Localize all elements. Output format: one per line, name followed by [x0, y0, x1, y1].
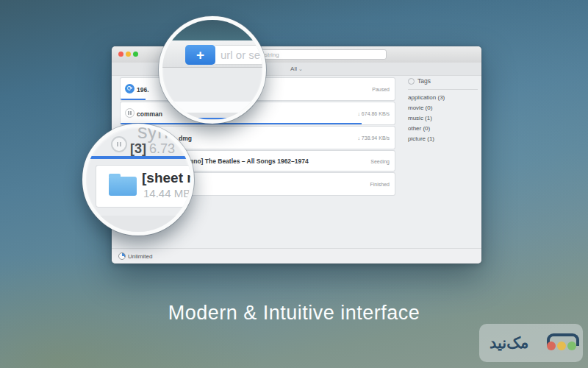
- download-title: comman: [137, 110, 162, 118]
- magnifier-lens-left: sync [3]6.73 [sheet m 14.44 MB: [82, 124, 194, 236]
- caption-text: Modern & Intuitive interface: [0, 302, 588, 325]
- lens-file-title: [sheet m: [142, 170, 194, 186]
- size-value: 6.73: [149, 141, 175, 156]
- minimize-traffic-light[interactable]: [126, 52, 131, 57]
- progress-bar: [121, 99, 146, 101]
- download-title: dmg: [179, 135, 192, 142]
- lens-file-size: 14.44 MB: [143, 187, 190, 199]
- status-label: Paused: [372, 87, 390, 92]
- lens-download-subtitle: [3]6.73: [130, 141, 175, 157]
- progress-bar: [121, 123, 362, 125]
- download-row[interactable]: comman [2] 16.60 MB o ↓ 674.86 KB/s: [121, 102, 395, 124]
- tag-item-other[interactable]: other (0): [408, 124, 478, 134]
- tag-item-movie[interactable]: movie (0): [408, 103, 478, 113]
- lens-desktop-band: [162, 20, 262, 40]
- add-download-button: +: [185, 45, 215, 65]
- pause-icon: [111, 136, 127, 152]
- download-title: 196.: [137, 86, 149, 93]
- logo-dot-yellow-icon: [557, 342, 566, 350]
- tags-panel: Tags application (3) movie (0) music (1)…: [408, 77, 478, 144]
- logo-dot-red-icon: [547, 342, 556, 350]
- tag-item-application[interactable]: application (3): [408, 93, 478, 103]
- zoom-traffic-light[interactable]: [133, 52, 138, 57]
- speed-limit-label[interactable]: Unlimited: [128, 253, 152, 260]
- queue-index: [3]: [130, 141, 146, 156]
- resume-icon[interactable]: ⟳: [125, 84, 135, 93]
- status-label: Finished: [370, 182, 390, 187]
- status-label: Seeding: [370, 158, 390, 163]
- status-bar: Unlimited: [112, 248, 481, 263]
- speed-gauge-icon[interactable]: [118, 252, 126, 260]
- magnifier-lens-top: + url or se: [159, 16, 266, 124]
- watermark-logo: مک‌نید: [479, 324, 583, 362]
- tag-item-picture[interactable]: picture (1): [408, 134, 478, 144]
- logo-dot-green-icon: [567, 342, 576, 350]
- download-title: nno] The Beatles – All Songs 1962–1974: [190, 151, 309, 171]
- tags-separator: [408, 89, 478, 90]
- tag-item-music[interactable]: music (1): [408, 113, 478, 124]
- chevron-down-icon: ⌄: [298, 66, 303, 72]
- status-label: ↓ 674.86 KB/s: [357, 111, 390, 116]
- lens-finished-card: [sheet m 14.44 MB: [96, 166, 194, 207]
- tag-circle-icon: [408, 78, 415, 85]
- folder-icon: [109, 177, 137, 196]
- filter-dropdown[interactable]: All: [290, 66, 297, 72]
- status-label: ↓ 738.94 KB/s: [357, 135, 390, 141]
- lens-progress-bar: [86, 156, 190, 159]
- logo-wordmark: مک‌نید: [490, 324, 528, 362]
- pause-icon[interactable]: [125, 108, 135, 118]
- tags-header-label: Tags: [417, 77, 431, 85]
- lens-search-field: url or se: [215, 45, 266, 65]
- tags-header: Tags: [408, 77, 478, 85]
- close-traffic-light[interactable]: [118, 52, 123, 57]
